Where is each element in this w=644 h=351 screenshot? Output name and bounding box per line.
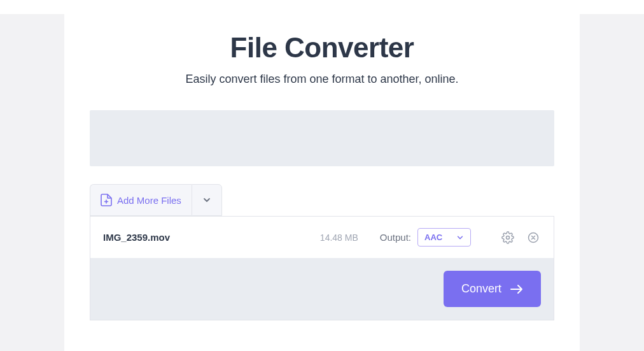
file-row: IMG_2359.mov 14.48 MB Output: AAC	[90, 217, 554, 258]
page-subtitle: Easily convert files from one format to …	[64, 73, 580, 86]
add-more-files-label: Add More Files	[117, 195, 181, 206]
top-strip	[0, 0, 644, 14]
close-circle-icon	[527, 231, 540, 244]
chevron-down-icon	[202, 196, 211, 204]
add-more-files-dropdown[interactable]	[192, 184, 222, 216]
output-format-select[interactable]: AAC	[417, 228, 471, 247]
convert-button[interactable]: Convert	[444, 271, 541, 307]
ad-placeholder	[90, 110, 554, 166]
svg-point-0	[507, 236, 510, 239]
action-footer: Convert	[90, 258, 554, 320]
file-list: IMG_2359.mov 14.48 MB Output: AAC	[90, 216, 554, 320]
page-title: File Converter	[64, 32, 580, 64]
gear-icon	[501, 231, 514, 244]
file-size: 14.48 MB	[320, 233, 358, 243]
add-more-files-button[interactable]: Add More Files	[90, 184, 192, 216]
file-name: IMG_2359.mov	[103, 232, 320, 243]
file-add-icon	[101, 194, 112, 206]
chevron-down-icon	[456, 234, 464, 241]
remove-file-button[interactable]	[526, 230, 541, 245]
output-label: Output:	[380, 232, 411, 243]
convert-button-label: Convert	[461, 282, 501, 296]
arrow-right-icon	[510, 284, 523, 294]
settings-button[interactable]	[500, 230, 515, 245]
output-format-value: AAC	[424, 233, 442, 242]
